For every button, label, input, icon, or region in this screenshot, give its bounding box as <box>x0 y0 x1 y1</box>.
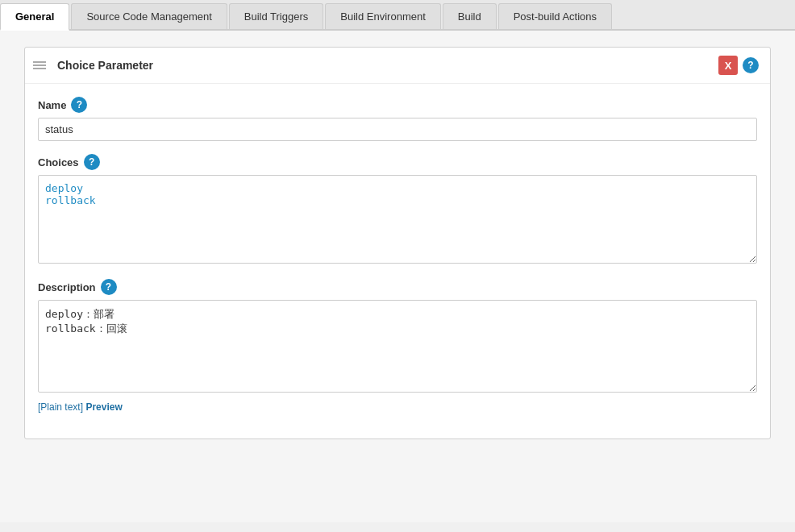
name-help-icon[interactable]: ? <box>71 97 87 113</box>
description-field-row: Description ? [Plain text] Preview <box>38 279 757 413</box>
choices-label-row: Choices ? <box>38 154 757 170</box>
choices-label: Choices <box>38 156 79 168</box>
card-header-right: X ? <box>718 56 759 75</box>
preview-link[interactable]: Preview <box>85 401 122 413</box>
format-bar: [Plain text] Preview <box>38 401 757 413</box>
name-input[interactable] <box>38 118 757 141</box>
choices-help-icon[interactable]: ? <box>84 154 100 170</box>
card-title: Choice Parameter <box>57 59 153 72</box>
choices-field-row: Choices ? <box>38 154 757 266</box>
description-help-icon[interactable]: ? <box>101 279 117 295</box>
help-icon-header[interactable]: ? <box>743 57 759 73</box>
delete-button[interactable]: X <box>718 56 738 75</box>
description-label-row: Description ? <box>38 279 757 295</box>
tab-build-environment[interactable]: Build Environment <box>325 3 441 29</box>
name-field-row: Name ? <box>38 97 757 141</box>
description-label: Description <box>38 281 96 293</box>
plain-text-link[interactable]: [Plain text] <box>38 401 83 413</box>
tab-post-build-actions[interactable]: Post-build Actions <box>498 3 612 29</box>
card-header: Choice Parameter X ? <box>25 48 770 84</box>
card-body: Name ? Choices ? Description ? <box>25 84 770 413</box>
tab-build[interactable]: Build <box>443 3 497 29</box>
main-content: Choice Parameter X ? Name ? Choices <box>0 31 795 522</box>
choices-textarea[interactable] <box>38 175 757 264</box>
drag-handle[interactable] <box>33 61 46 69</box>
parameter-card: Choice Parameter X ? Name ? Choices <box>24 47 771 439</box>
tab-general[interactable]: General <box>0 3 69 31</box>
tab-bar: General Source Code Management Build Tri… <box>0 0 795 31</box>
description-textarea[interactable] <box>38 300 757 393</box>
tab-source-code[interactable]: Source Code Management <box>71 3 227 29</box>
name-label: Name <box>38 99 66 111</box>
card-title-row: Choice Parameter <box>33 59 153 72</box>
name-label-row: Name ? <box>38 97 757 113</box>
tab-build-triggers[interactable]: Build Triggers <box>229 3 323 29</box>
